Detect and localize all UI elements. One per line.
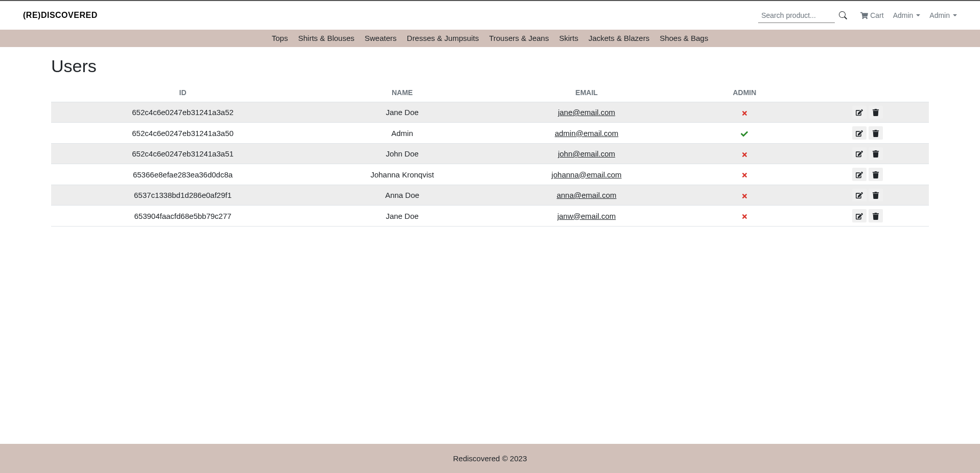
edit-button[interactable] [852, 168, 867, 181]
col-id: ID [51, 83, 314, 102]
brand-logo[interactable]: (RE)DISCOVERED [23, 11, 98, 20]
col-actions [806, 83, 929, 102]
times-icon [741, 170, 748, 179]
footer-text: Rediscovered © 2023 [453, 454, 527, 463]
cell-admin [683, 123, 806, 143]
edit-icon [856, 170, 863, 178]
admin-dropdown-1[interactable]: Admin [893, 11, 921, 19]
table-row: 6537c1338bd1d286e0af29f1Anna Doeanna@ema… [51, 185, 929, 205]
edit-button[interactable] [852, 106, 867, 119]
cell-email: janw@email.com [490, 206, 683, 226]
delete-button[interactable] [869, 189, 883, 201]
category-link[interactable]: Dresses & Jumpsuits [402, 34, 484, 42]
cell-admin [683, 185, 806, 205]
search-icon [839, 11, 847, 19]
trash-icon [872, 129, 879, 137]
category-link[interactable]: Trousers & Jeans [484, 34, 554, 42]
email-link[interactable]: admin@email.com [555, 129, 618, 138]
col-admin: ADMIN [683, 83, 806, 102]
trash-icon [872, 170, 879, 178]
times-icon [741, 108, 748, 117]
cell-actions [806, 185, 929, 205]
cell-name: Jane Doe [314, 102, 490, 123]
email-link[interactable]: anna@email.com [557, 191, 617, 199]
delete-button[interactable] [869, 147, 883, 160]
cell-admin [683, 102, 806, 123]
cell-id: 652c4c6e0247eb31241a3a52 [51, 102, 314, 123]
cell-actions [806, 143, 929, 164]
cell-admin [683, 206, 806, 226]
cell-actions [806, 123, 929, 143]
search-input[interactable] [758, 8, 835, 23]
table-row: 653904faacfd68e5bb79c277Jane Doejanw@ema… [51, 206, 929, 226]
check-icon [741, 129, 748, 138]
times-icon [741, 149, 748, 158]
users-table: ID NAME EMAIL ADMIN 652c4c6e0247eb31241a… [51, 83, 929, 227]
delete-button[interactable] [869, 106, 883, 119]
edit-button[interactable] [852, 189, 867, 201]
cart-icon [860, 11, 868, 20]
category-link[interactable]: Tops [267, 34, 293, 42]
cell-actions [806, 206, 929, 226]
cell-id: 6537c1338bd1d286e0af29f1 [51, 185, 314, 205]
cell-actions [806, 102, 929, 123]
site-header: (RE)DISCOVERED Cart Admin Admin [0, 1, 980, 30]
cell-id: 652c4c6e0247eb31241a3a50 [51, 123, 314, 143]
table-row: 65366e8efae283ea36d0dc8aJohanna Kronqvis… [51, 164, 929, 185]
edit-button[interactable] [852, 209, 867, 222]
table-row: 652c4c6e0247eb31241a3a51John Doejohn@ema… [51, 143, 929, 164]
edit-button[interactable] [852, 147, 867, 160]
cell-actions [806, 164, 929, 185]
cell-name: Jane Doe [314, 206, 490, 226]
edit-icon [856, 129, 863, 137]
trash-icon [872, 212, 879, 219]
cell-admin [683, 143, 806, 164]
email-link[interactable]: johanna@email.com [552, 170, 622, 179]
category-link[interactable]: Jackets & Blazers [583, 34, 654, 42]
chevron-down-icon [953, 14, 957, 16]
admin-label-2: Admin [929, 11, 950, 19]
delete-button[interactable] [869, 126, 883, 139]
category-link[interactable]: Shoes & Bags [654, 34, 713, 42]
cell-id: 652c4c6e0247eb31241a3a51 [51, 143, 314, 164]
table-row: 652c4c6e0247eb31241a3a50Adminadmin@email… [51, 123, 929, 143]
search-button[interactable] [835, 9, 851, 21]
cell-name: Johanna Kronqvist [314, 164, 490, 185]
category-link[interactable]: Skirts [554, 34, 584, 42]
admin-label-1: Admin [893, 11, 914, 19]
category-nav: TopsShirts & BlousesSweatersDresses & Ju… [0, 30, 980, 47]
category-link[interactable]: Sweaters [359, 34, 402, 42]
edit-icon [856, 212, 863, 219]
cell-email: johanna@email.com [490, 164, 683, 185]
col-email: EMAIL [490, 83, 683, 102]
main-content: Users ID NAME EMAIL ADMIN 652c4c6e0247eb… [0, 47, 980, 444]
page-title: Users [51, 56, 929, 76]
cart-link[interactable]: Cart [860, 11, 883, 20]
edit-icon [856, 150, 863, 157]
email-link[interactable]: janw@email.com [557, 212, 616, 220]
edit-icon [856, 108, 863, 116]
delete-button[interactable] [869, 168, 883, 181]
edit-button[interactable] [852, 126, 867, 139]
category-link[interactable]: Shirts & Blouses [293, 34, 359, 42]
table-header-row: ID NAME EMAIL ADMIN [51, 83, 929, 102]
chevron-down-icon [916, 14, 920, 16]
cart-label: Cart [870, 11, 883, 19]
cell-email: admin@email.com [490, 123, 683, 143]
cell-id: 653904faacfd68e5bb79c277 [51, 206, 314, 226]
email-link[interactable]: jane@email.com [558, 108, 615, 117]
search-wrapper [758, 8, 851, 23]
col-name: NAME [314, 83, 490, 102]
trash-icon [872, 108, 879, 116]
cell-name: Anna Doe [314, 185, 490, 205]
delete-button[interactable] [869, 209, 883, 222]
site-footer: Rediscovered © 2023 [0, 444, 980, 473]
times-icon [741, 212, 748, 220]
cell-id: 65366e8efae283ea36d0dc8a [51, 164, 314, 185]
admin-dropdown-2[interactable]: Admin [929, 11, 957, 19]
cell-admin [683, 164, 806, 185]
edit-icon [856, 191, 863, 199]
email-link[interactable]: john@email.com [558, 149, 615, 158]
cell-name: Admin [314, 123, 490, 143]
cell-email: anna@email.com [490, 185, 683, 205]
